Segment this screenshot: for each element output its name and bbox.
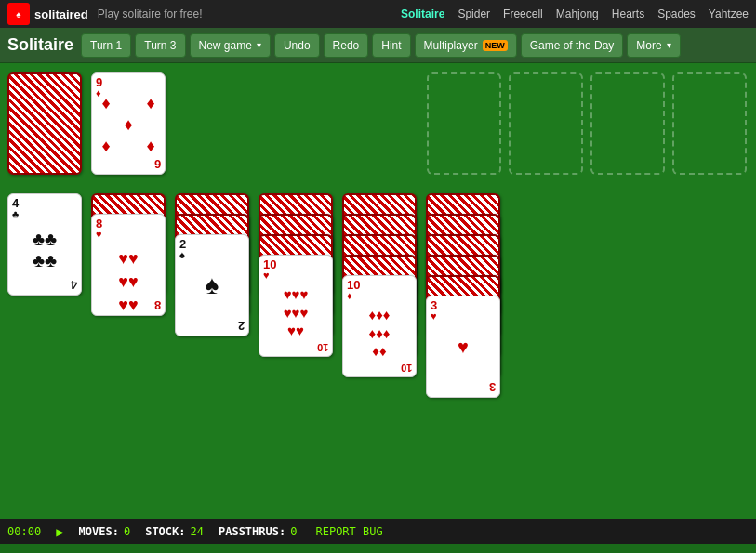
foundation-3[interactable] [590,72,665,175]
top-navigation-bar: ♠ solitaired Play solitaire for free! So… [0,0,756,28]
stock-pile[interactable] [7,72,82,175]
passthrus-display: PASSTHRUS: 0 [219,525,297,538]
logo-area: ♠ solitaired [7,3,88,25]
tableau-card[interactable]: 8 ♥ ♥♥♥♥♥♥ 8 [91,214,166,316]
more-button[interactable]: More [627,33,680,58]
moves-value: 0 [124,525,130,538]
tableau-card[interactable]: 2 ♠ ♠ 2 [175,234,249,336]
card-rank-bot: 6 [154,157,161,171]
stock-card[interactable] [7,72,82,175]
moves-label: MOVES: [79,525,119,538]
stock-label: STOCK: [145,525,185,538]
redo-button[interactable]: Redo [324,33,369,58]
stock-value: 24 [191,525,204,538]
passthrus-label: PASSTHRUS: [219,525,285,538]
tableau-card[interactable]: 10 ♦ ♦♦♦♦♦♦♦♦ 10 [342,275,417,377]
tableau-col-1: 4 ♣ ♣♣♣♣ 4 [7,193,86,296]
toolbar: Solitaire Turn 1 Turn 3 New game Undo Re… [0,28,756,63]
waste-pile[interactable]: 9 ♦ ♦ ♦ ♦ ♦ ♦ 6 [91,72,166,175]
turn1-button[interactable]: Turn 1 [81,33,131,58]
play-button[interactable]: ▶ [56,524,63,539]
timer: 00:00 [7,525,41,538]
time-value: 00:00 [7,525,41,538]
tagline: Play solitaire for free! [98,7,203,20]
passthrus-value: 0 [290,525,297,538]
play-pause[interactable]: ▶ [56,524,63,539]
hint-button[interactable]: Hint [372,33,410,58]
nav-spider[interactable]: Spider [458,7,490,20]
moves-display: MOVES: 0 [79,525,131,538]
foundation-1[interactable] [427,72,501,175]
nav-hearts[interactable]: Hearts [612,7,644,20]
report-bug-link[interactable]: REPORT BUG [315,525,382,538]
nav-yahtzee[interactable]: Yahtzee [709,7,749,20]
nav-freecell[interactable]: Freecell [503,7,543,20]
foundation-4[interactable] [672,72,747,175]
logo-text: solitaired [34,7,88,21]
game-of-day-button[interactable]: Game of the Day [521,33,624,58]
tableau-card[interactable]: 3 ♥ ♥ 3 [426,296,500,398]
nav-spades[interactable]: Spades [657,7,696,20]
turn3-button[interactable]: Turn 3 [135,33,185,58]
nav-solitaire[interactable]: Solitaire [401,7,444,20]
status-bar: 00:00 ▶ MOVES: 0 STOCK: 24 PASSTHRUS: 0 … [0,519,756,544]
waste-top-card[interactable]: 9 ♦ ♦ ♦ ♦ ♦ ♦ 6 [91,72,166,175]
stock-display: STOCK: 24 [145,525,204,538]
game-title: Solitaire [7,35,73,55]
tableau-card[interactable]: 4 ♣ ♣♣♣♣ 4 [7,193,82,296]
foundations [427,72,747,175]
multiplayer-button[interactable]: Multiplayer NEW [415,33,517,58]
top-nav: Solitaire Spider Freecell Mahjong Hearts… [401,7,749,20]
undo-button[interactable]: Undo [274,33,320,58]
card-rank: 9 [96,76,161,88]
new-badge: NEW [483,40,508,51]
game-area: 9 ♦ ♦ ♦ ♦ ♦ ♦ 6 4 [0,63,756,519]
nav-mahjong[interactable]: Mahjong [556,7,599,20]
tableau-card[interactable]: 10 ♥ ♥♥♥♥♥♥♥♥ 10 [259,255,333,357]
foundation-2[interactable] [509,72,583,175]
logo-icon: ♠ [7,3,30,25]
new-game-button[interactable]: New game [190,33,271,58]
